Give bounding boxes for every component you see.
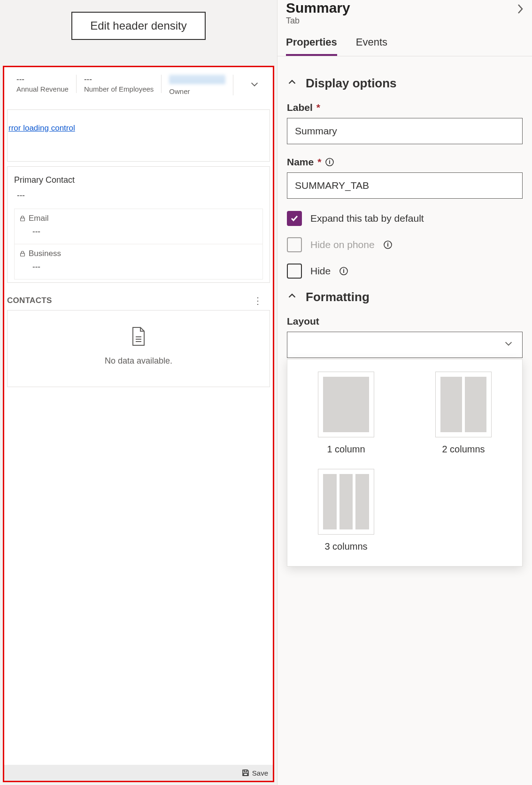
label-field-label: Label: [287, 102, 313, 113]
record-header: --- Annual Revenue --- Number of Employe…: [4, 67, 273, 100]
header-revenue-value: ---: [16, 75, 69, 84]
edit-header-density-button[interactable]: Edit header density: [71, 12, 205, 40]
primary-contact-card: Primary Contact --- Email ---: [7, 166, 270, 283]
header-owner-label: Owner: [169, 87, 225, 95]
contacts-empty-state: No data available.: [7, 310, 270, 387]
business-label: Business: [29, 249, 61, 258]
header-field-owner[interactable]: Owner: [162, 75, 233, 95]
header-employees-value: ---: [84, 75, 154, 84]
document-icon: [130, 326, 147, 346]
required-indicator: *: [317, 156, 321, 168]
layout-dropdown: 1 column 2 columns 3 columns: [287, 359, 523, 567]
name-input[interactable]: [287, 172, 523, 199]
header-field-employees[interactable]: --- Number of Employees: [77, 75, 162, 93]
display-options-heading: Display options: [306, 76, 397, 91]
save-bar: Save: [4, 765, 273, 781]
layout-3col-label: 3 columns: [301, 541, 391, 552]
error-card: rror loading control: [7, 109, 270, 162]
info-icon[interactable]: i: [383, 240, 393, 249]
layout-label: Layout: [287, 316, 319, 327]
layout-1col-label: 1 column: [301, 444, 391, 455]
save-button[interactable]: Save: [252, 769, 268, 777]
contacts-section-title: CONTACTS: [7, 296, 52, 305]
primary-contact-value[interactable]: ---: [14, 190, 263, 207]
svg-text:i: i: [387, 241, 389, 248]
svg-rect-0: [21, 218, 25, 221]
save-icon: [242, 769, 249, 777]
hide-phone-label: Hide on phone: [310, 239, 375, 250]
svg-rect-5: [244, 770, 247, 772]
svg-text:i: i: [343, 267, 345, 274]
chevron-up-icon[interactable]: [287, 291, 297, 303]
chevron-up-icon[interactable]: [287, 77, 297, 90]
layout-2col-label: 2 columns: [419, 444, 508, 455]
chevron-down-icon: [503, 339, 514, 351]
svg-rect-1: [21, 253, 25, 256]
layout-option-3col[interactable]: 3 columns: [301, 469, 391, 552]
info-icon[interactable]: i: [339, 266, 348, 276]
error-loading-link[interactable]: rror loading control: [8, 124, 75, 132]
header-expand-toggle[interactable]: [249, 79, 260, 92]
email-value: ---: [19, 223, 258, 241]
business-field-row[interactable]: Business ---: [15, 244, 262, 279]
panel-type: Tab: [286, 16, 350, 26]
svg-text:i: i: [329, 158, 331, 165]
contacts-more-button[interactable]: ⋮: [249, 297, 266, 304]
business-value: ---: [19, 258, 258, 276]
layout-option-1col[interactable]: 1 column: [301, 372, 391, 455]
tab-events[interactable]: Events: [356, 36, 387, 56]
svg-rect-6: [244, 773, 247, 776]
tab-properties[interactable]: Properties: [286, 36, 337, 56]
name-field-label: Name: [287, 156, 314, 168]
panel-collapse-button[interactable]: [516, 3, 524, 17]
layout-select[interactable]: [287, 332, 523, 358]
layout-option-2col[interactable]: 2 columns: [419, 372, 508, 455]
label-input[interactable]: [287, 118, 523, 144]
panel-title: Summary: [286, 0, 350, 16]
hide-phone-checkbox: [287, 237, 302, 252]
expand-default-checkbox[interactable]: [287, 211, 302, 226]
required-indicator: *: [316, 102, 320, 113]
header-employees-label: Number of Employees: [84, 85, 154, 93]
formatting-heading: Formatting: [306, 290, 370, 304]
info-icon[interactable]: i: [325, 157, 334, 167]
hide-label: Hide: [310, 265, 331, 277]
hide-checkbox[interactable]: [287, 264, 302, 279]
form-canvas: --- Annual Revenue --- Number of Employe…: [3, 66, 274, 782]
primary-contact-label: Primary Contact: [14, 175, 263, 185]
header-revenue-label: Annual Revenue: [16, 85, 69, 93]
email-label: Email: [29, 214, 49, 223]
lock-icon: [19, 215, 26, 222]
header-owner-value: [169, 75, 225, 84]
lock-icon: [19, 250, 26, 257]
expand-default-label: Expand this tab by default: [310, 213, 424, 224]
empty-text: No data available.: [8, 356, 270, 366]
email-field-row[interactable]: Email ---: [15, 209, 262, 244]
header-field-revenue[interactable]: --- Annual Revenue: [9, 75, 77, 93]
